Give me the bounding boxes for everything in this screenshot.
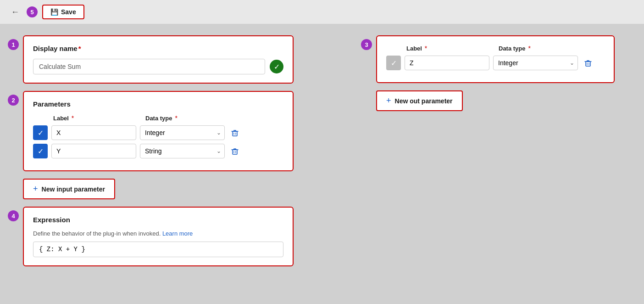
param-checkbox-z[interactable]: ✓	[386, 56, 401, 70]
new-out-param-wrapper: + New out parameter	[362, 90, 635, 111]
expression-section-wrapper: 4 Expression Define the behavior of the …	[9, 207, 294, 266]
right-column: 3 Label * Data type * ✓	[307, 35, 635, 111]
new-out-param-label: New out parameter	[395, 97, 453, 105]
valid-checkmark: ✓	[270, 60, 283, 73]
expression-input[interactable]	[33, 242, 283, 257]
col-label-name: Label	[53, 115, 69, 122]
out-parameters-card: Label * Data type * ✓ Integer String Boo	[376, 35, 615, 83]
display-name-title: Display name*	[33, 45, 283, 52]
col-label-type: Data type	[145, 115, 172, 122]
param-type-x[interactable]: Integer String Boolean Float	[140, 125, 225, 140]
step-4-badge: 4	[8, 210, 19, 221]
expression-card: Expression Define the behavior of the pl…	[23, 207, 294, 266]
display-name-input[interactable]	[33, 59, 265, 74]
step-3-badge: 3	[361, 39, 372, 50]
param-name-x[interactable]	[51, 125, 136, 140]
param-checkbox-y[interactable]: ✓	[33, 144, 48, 158]
parameters-card: Parameters Label * Data type * ✓	[23, 91, 294, 171]
svg-rect-0	[233, 131, 237, 136]
display-name-row: ✓	[33, 59, 283, 74]
left-column: 1 Display name* ✓ 2 Para	[9, 35, 294, 266]
new-input-param-wrapper: + New input parameter	[9, 179, 294, 199]
param-type-wrapper-x: Integer String Boolean Float ⌄	[140, 125, 225, 140]
save-icon: 💾	[50, 8, 58, 16]
param-row-x: ✓ Integer String Boolean Float ⌄	[33, 125, 283, 140]
trash-icon-z	[583, 58, 593, 68]
main-content: 1 Display name* ✓ 2 Para	[0, 24, 644, 277]
param-name-y[interactable]	[51, 144, 136, 158]
display-name-section-wrapper: 1 Display name* ✓	[9, 35, 294, 84]
svg-rect-2	[586, 62, 590, 66]
param-type-z[interactable]: Integer String Boolean Float	[493, 56, 578, 70]
back-button[interactable]: ←	[8, 6, 22, 19]
new-out-param-button[interactable]: + New out parameter	[376, 90, 463, 111]
delete-param-x[interactable]	[228, 126, 241, 139]
out-col-label-type: Data type	[499, 45, 526, 52]
new-input-param-label: New input parameter	[42, 186, 105, 193]
expression-description: Define the behavior of the plug-in when …	[33, 230, 283, 237]
save-button[interactable]: 💾 Save	[42, 5, 84, 19]
new-input-param-button[interactable]: + New input parameter	[23, 179, 115, 199]
param-row-y: ✓ Integer String Boolean Float ⌄	[33, 144, 283, 158]
out-col-label-name: Label	[406, 45, 422, 52]
trash-icon	[230, 128, 239, 137]
param-type-wrapper-z: Integer String Boolean Float ⌄	[493, 56, 578, 70]
plus-icon: +	[33, 184, 38, 194]
learn-more-link[interactable]: Learn more	[162, 230, 193, 237]
toolbar: ← 5 💾 Save	[0, 0, 644, 24]
required-star: *	[78, 45, 81, 52]
param-row-z: ✓ Integer String Boolean Float ⌄	[386, 56, 605, 70]
save-label: Save	[61, 8, 76, 16]
plus-icon-out: +	[386, 96, 391, 106]
parameters-section-wrapper: 2 Parameters Label * Data type * ✓	[9, 91, 294, 171]
expression-title: Expression	[33, 216, 283, 224]
step-2-badge: 2	[8, 95, 19, 106]
parameters-title: Parameters	[33, 100, 283, 108]
out-parameters-section-wrapper: 3 Label * Data type * ✓	[362, 35, 635, 83]
trash-icon-y	[230, 146, 239, 156]
step-1-badge: 1	[8, 39, 19, 50]
display-name-card: Display name* ✓	[23, 35, 294, 84]
param-type-wrapper-y: Integer String Boolean Float ⌄	[140, 144, 225, 158]
step-5-badge: 5	[27, 6, 38, 17]
param-checkbox-x[interactable]: ✓	[33, 125, 48, 140]
svg-rect-1	[233, 150, 237, 154]
param-name-z[interactable]	[405, 56, 489, 70]
delete-param-y[interactable]	[228, 145, 241, 158]
delete-param-z[interactable]	[582, 56, 594, 69]
param-type-y[interactable]: Integer String Boolean Float	[140, 144, 225, 158]
